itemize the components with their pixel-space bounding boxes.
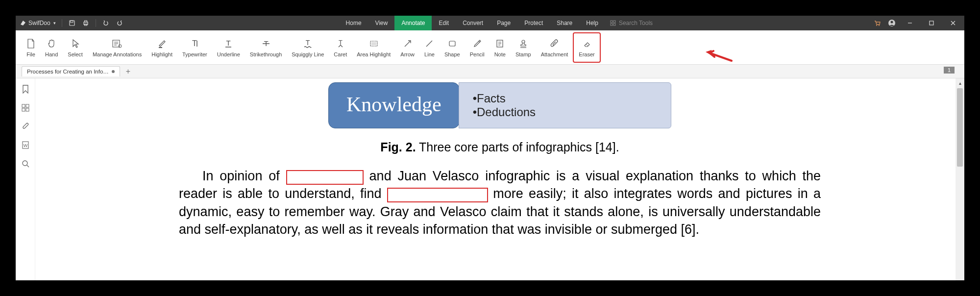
menu-share[interactable]: Share xyxy=(550,16,579,30)
print-icon[interactable] xyxy=(82,19,90,27)
stamp-icon xyxy=(518,39,528,49)
file-icon xyxy=(26,39,35,49)
ribbon-shape[interactable]: Shape xyxy=(440,32,465,63)
note-icon xyxy=(495,39,505,49)
svg-rect-35 xyxy=(449,41,455,46)
figure-text: Three core parts of infographics [14]. xyxy=(416,140,619,154)
ribbon-stamp[interactable]: Stamp xyxy=(511,32,536,63)
knowledge-box-left: Knowledge xyxy=(328,82,460,128)
figure-label: Fig. 2. xyxy=(380,140,416,154)
ribbon-pencil[interactable]: Pencil xyxy=(465,32,490,63)
svg-point-49 xyxy=(23,161,27,166)
ribbon-squiggly-line[interactable]: T Squiggly Line xyxy=(287,32,329,63)
ribbon-note[interactable]: Note xyxy=(490,32,511,63)
menu-home[interactable]: Home xyxy=(339,16,368,30)
app-name-label: SwifDoo xyxy=(28,20,50,26)
ribbon-attachment[interactable]: Attachment xyxy=(536,32,573,63)
area-highlight-icon xyxy=(369,39,379,49)
cart-icon[interactable] xyxy=(873,19,881,27)
ribbon-arrow[interactable]: Arrow xyxy=(395,32,419,63)
ribbon-line[interactable]: Line xyxy=(419,32,440,63)
svg-line-42 xyxy=(586,44,588,46)
svg-rect-44 xyxy=(26,104,29,107)
word-panel-icon[interactable]: W xyxy=(21,140,30,150)
knowledge-box-right: •Facts •Deductions xyxy=(459,82,671,128)
line-icon xyxy=(424,39,434,49)
ribbon-manage-annotations[interactable]: Manage Annotations xyxy=(88,32,147,63)
svg-point-12 xyxy=(891,21,893,24)
ribbon-eraser[interactable]: Eraser xyxy=(573,32,600,63)
minimize-button[interactable] xyxy=(903,16,917,30)
search-tools-label: Search Tools xyxy=(619,20,653,26)
app-logo-icon xyxy=(20,20,26,26)
hand-icon xyxy=(47,39,56,49)
arrow-icon xyxy=(403,39,413,49)
menu-page[interactable]: Page xyxy=(490,16,517,30)
menu-edit[interactable]: Edit xyxy=(432,16,456,30)
menu-convert[interactable]: Convert xyxy=(456,16,490,30)
caret-icon: T xyxy=(336,39,345,49)
svg-line-34 xyxy=(426,41,432,47)
eraser-icon xyxy=(582,39,592,49)
typewriter-icon: T xyxy=(190,39,199,49)
thumbnails-icon[interactable] xyxy=(21,103,30,113)
ribbon-file[interactable]: File xyxy=(22,32,40,63)
svg-point-21 xyxy=(119,45,122,48)
erased-region-1 xyxy=(286,170,364,185)
svg-rect-32 xyxy=(371,42,376,45)
menu-protect[interactable]: Protect xyxy=(517,16,550,30)
search-tools[interactable]: Search Tools xyxy=(605,16,658,30)
svg-text:T: T xyxy=(192,39,197,48)
figure-caption: Fig. 2. Three core parts of infographics… xyxy=(55,140,945,154)
facts-label: •Facts xyxy=(473,92,657,105)
search-panel-icon[interactable] xyxy=(21,159,30,169)
user-icon[interactable] xyxy=(888,19,896,27)
svg-line-50 xyxy=(27,165,29,167)
annotations-list-icon xyxy=(112,39,122,49)
close-button[interactable] xyxy=(946,16,960,30)
attachment-panel-icon[interactable] xyxy=(21,122,30,131)
menu-annotate[interactable]: Annotate xyxy=(394,16,432,30)
ribbon-area-highlight[interactable]: Area Highlight xyxy=(352,32,395,63)
menu-help[interactable]: Help xyxy=(579,16,605,30)
document-tab[interactable]: Processes for Creating an Info… xyxy=(22,66,120,76)
ribbon-hand[interactable]: Hand xyxy=(40,32,63,63)
chevron-down-icon: ▾ xyxy=(53,21,56,25)
svg-text:W: W xyxy=(23,143,27,148)
scrollbar-thumb[interactable] xyxy=(957,88,963,167)
undo-icon[interactable] xyxy=(102,19,110,27)
ribbon-typewriter[interactable]: T Typewriter xyxy=(177,32,212,63)
add-tab-button[interactable]: + xyxy=(123,67,133,76)
bookmark-icon[interactable] xyxy=(21,84,30,94)
svg-rect-46 xyxy=(26,108,29,111)
svg-rect-6 xyxy=(613,21,615,23)
ribbon-strikethrough[interactable]: T Strikethrough xyxy=(245,32,287,63)
ribbon-select[interactable]: Select xyxy=(63,32,88,63)
ribbon-underline[interactable]: T Underline xyxy=(212,32,245,63)
svg-line-33 xyxy=(405,41,410,47)
menu-view[interactable]: View xyxy=(368,16,395,30)
unsaved-dot-icon xyxy=(112,70,115,73)
underline-icon: T xyxy=(223,39,233,49)
erased-region-2 xyxy=(387,188,488,202)
paperclip-icon xyxy=(550,39,560,49)
ribbon-highlight[interactable]: Highlight xyxy=(147,32,177,63)
svg-rect-3 xyxy=(84,21,87,22)
ribbon-caret[interactable]: T Caret xyxy=(329,32,352,63)
vertical-scrollbar[interactable]: ▴ xyxy=(956,78,964,280)
strikethrough-icon: T xyxy=(261,39,271,49)
content-area: W Knowledge •Facts •Deductions Fig. 2. T… xyxy=(16,78,964,280)
document-view[interactable]: Knowledge •Facts •Deductions Fig. 2. Thr… xyxy=(35,78,964,280)
save-icon[interactable] xyxy=(68,19,76,27)
para-text-1a: In opinion of xyxy=(202,169,286,183)
maximize-button[interactable] xyxy=(924,16,939,30)
cursor-icon xyxy=(71,39,80,49)
side-panel: W xyxy=(16,78,35,280)
app-name[interactable]: SwifDoo ▾ xyxy=(20,20,56,26)
svg-rect-8 xyxy=(613,24,615,25)
scroll-up-icon[interactable]: ▴ xyxy=(956,78,964,87)
document-tab-bar: Processes for Creating an Info… + 1 xyxy=(16,65,964,78)
svg-rect-7 xyxy=(611,24,612,25)
redo-icon[interactable] xyxy=(116,19,123,27)
body-paragraph: In opinion of and Juan Velasco infograph… xyxy=(179,167,821,239)
